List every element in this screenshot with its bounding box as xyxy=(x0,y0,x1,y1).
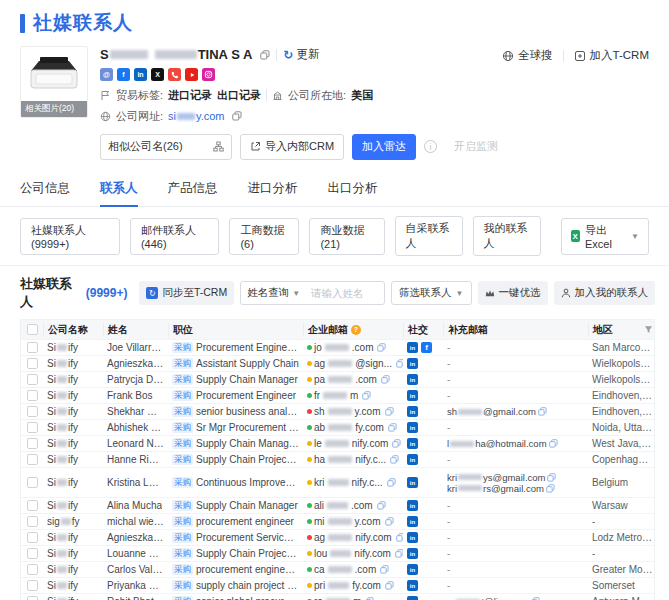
linkedin-icon[interactable]: in xyxy=(407,390,418,401)
global-search-button[interactable]: 全球搜 xyxy=(502,48,553,63)
row-checkbox[interactable] xyxy=(27,500,38,511)
linkedin-icon[interactable]: in xyxy=(134,68,147,81)
info-icon[interactable]: i xyxy=(424,140,437,153)
subtab-3[interactable]: 工商数据(6) xyxy=(229,218,299,255)
search-icon[interactable] xyxy=(384,288,385,299)
row-checkbox[interactable] xyxy=(27,596,38,600)
phone-icon[interactable] xyxy=(168,68,181,81)
tab-5[interactable]: 出口分析 xyxy=(328,180,378,206)
row-checkbox[interactable] xyxy=(27,477,38,488)
copy-icon[interactable] xyxy=(396,533,403,542)
copy-icon[interactable] xyxy=(547,473,556,482)
similar-company-select[interactable]: 相似公司名(26) xyxy=(100,134,232,160)
linkedin-icon[interactable]: in xyxy=(407,454,418,465)
start-monitor-button[interactable]: 开启监测 xyxy=(445,134,507,160)
region-cell: Greater Montreal M... xyxy=(588,564,657,575)
job-title: Supply Chain Project Manager xyxy=(196,454,299,465)
website-icon[interactable]: @ xyxy=(100,68,113,81)
filter-contacts-button[interactable]: 筛选联系人 ▼ xyxy=(391,281,471,305)
copy-icon[interactable] xyxy=(395,549,403,558)
join-tcrm-button[interactable]: 加入T-CRM xyxy=(574,48,649,63)
youtube-icon[interactable] xyxy=(185,68,198,81)
linkedin-icon[interactable]: in xyxy=(407,422,418,433)
linkedin-icon[interactable]: in xyxy=(407,516,418,527)
copy-icon[interactable] xyxy=(377,501,386,510)
copy-icon[interactable] xyxy=(385,581,394,590)
linkedin-icon[interactable]: in xyxy=(407,358,418,369)
copy-icon[interactable] xyxy=(381,375,390,384)
copy-icon[interactable] xyxy=(546,484,555,493)
row-checkbox[interactable] xyxy=(27,516,38,527)
tab-3[interactable]: 产品信息 xyxy=(168,180,218,206)
row-checkbox[interactable] xyxy=(27,564,38,575)
row-checkbox[interactable] xyxy=(27,580,38,591)
linkedin-icon[interactable]: in xyxy=(407,548,418,559)
import-record-link[interactable]: 进口记录 xyxy=(168,88,212,103)
row-checkbox[interactable] xyxy=(27,548,38,559)
filter-funnel-icon[interactable] xyxy=(644,325,653,334)
copy-icon[interactable] xyxy=(549,439,558,448)
copy-icon[interactable] xyxy=(232,111,242,121)
tab-4[interactable]: 进口分析 xyxy=(248,180,298,206)
procurement-tag-badge: 采购 xyxy=(172,564,193,575)
facebook-icon[interactable]: f xyxy=(421,342,432,353)
row-checkbox[interactable] xyxy=(27,438,38,449)
import-crm-button[interactable]: 导入内部CRM xyxy=(240,134,344,160)
help-icon[interactable]: ? xyxy=(351,325,361,335)
row-checkbox[interactable] xyxy=(27,532,38,543)
name-query-select[interactable]: 姓名查询 ▼ xyxy=(241,286,306,300)
add-my-contacts-button[interactable]: 加入我的联系人 xyxy=(554,281,656,305)
linkedin-icon[interactable]: in xyxy=(407,500,418,511)
copy-icon[interactable] xyxy=(385,407,394,416)
copy-icon[interactable] xyxy=(377,343,386,352)
row-checkbox[interactable] xyxy=(27,422,38,433)
copy-icon[interactable] xyxy=(538,407,547,416)
subtab-5[interactable]: 自采联系人 xyxy=(395,216,463,256)
refresh-button[interactable]: ↻ 更新 xyxy=(283,47,319,62)
export-excel-button[interactable]: X 导出 Excel ▼ xyxy=(561,218,649,255)
trade-tag-icon xyxy=(100,90,111,101)
instagram-icon[interactable] xyxy=(202,68,215,81)
copy-icon[interactable] xyxy=(385,517,394,526)
linkedin-icon[interactable]: in xyxy=(407,532,418,543)
sync-tcrm-button[interactable]: ↻ 同步至T-CRM xyxy=(139,281,234,305)
subtab-2[interactable]: 邮件联系人(446) xyxy=(130,218,219,255)
facebook-icon[interactable]: f xyxy=(117,68,130,81)
subtab-1[interactable]: 社媒联系人(9999+) xyxy=(20,218,120,255)
linkedin-icon[interactable]: in xyxy=(407,596,418,600)
select-all-checkbox[interactable] xyxy=(27,324,38,335)
page-title: 社媒联系人 xyxy=(33,10,133,36)
copy-icon[interactable] xyxy=(387,478,396,487)
row-checkbox[interactable] xyxy=(27,358,38,369)
copy-icon[interactable] xyxy=(396,359,403,368)
linkedin-icon[interactable]: in xyxy=(407,406,418,417)
name-search-input[interactable] xyxy=(306,287,384,299)
copy-icon[interactable] xyxy=(388,423,397,432)
linkedin-icon[interactable]: in xyxy=(407,438,418,449)
copy-icon[interactable] xyxy=(362,391,371,400)
copy-icon[interactable] xyxy=(380,565,389,574)
row-checkbox[interactable] xyxy=(27,406,38,417)
tab-1[interactable]: 公司信息 xyxy=(20,180,70,206)
export-record-link[interactable]: 出口记录 xyxy=(217,88,261,103)
subtab-6[interactable]: 我的联系人 xyxy=(473,216,541,256)
row-checkbox[interactable] xyxy=(27,374,38,385)
copy-icon[interactable] xyxy=(392,439,401,448)
row-checkbox[interactable] xyxy=(27,454,38,465)
row-checkbox[interactable] xyxy=(27,342,38,353)
linkedin-icon[interactable]: in xyxy=(407,564,418,575)
linkedin-icon[interactable]: in xyxy=(407,477,418,488)
linkedin-icon[interactable]: in xyxy=(407,580,418,591)
company-thumbnail[interactable]: 相关图片(20) xyxy=(20,46,88,118)
join-radar-button[interactable]: 加入雷达 xyxy=(352,134,416,160)
one-click-optimize-button[interactable]: 一键优选 xyxy=(478,281,548,305)
company-website-link[interactable]: si y.com xyxy=(168,110,224,122)
copy-icon[interactable] xyxy=(390,455,399,464)
subtab-4[interactable]: 商业数据(21) xyxy=(309,218,384,255)
copy-icon[interactable] xyxy=(260,50,270,60)
tab-2[interactable]: 联系人 xyxy=(100,180,138,206)
linkedin-icon[interactable]: in xyxy=(407,374,418,385)
x-icon[interactable]: X xyxy=(151,68,164,81)
row-checkbox[interactable] xyxy=(27,390,38,401)
linkedin-icon[interactable]: in xyxy=(407,342,418,353)
